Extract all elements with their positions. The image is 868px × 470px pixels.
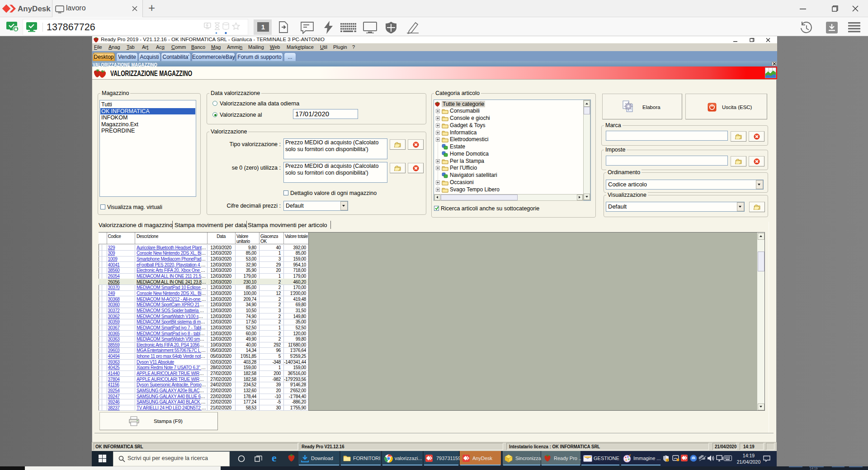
svg-text:!: ! — [667, 459, 668, 462]
